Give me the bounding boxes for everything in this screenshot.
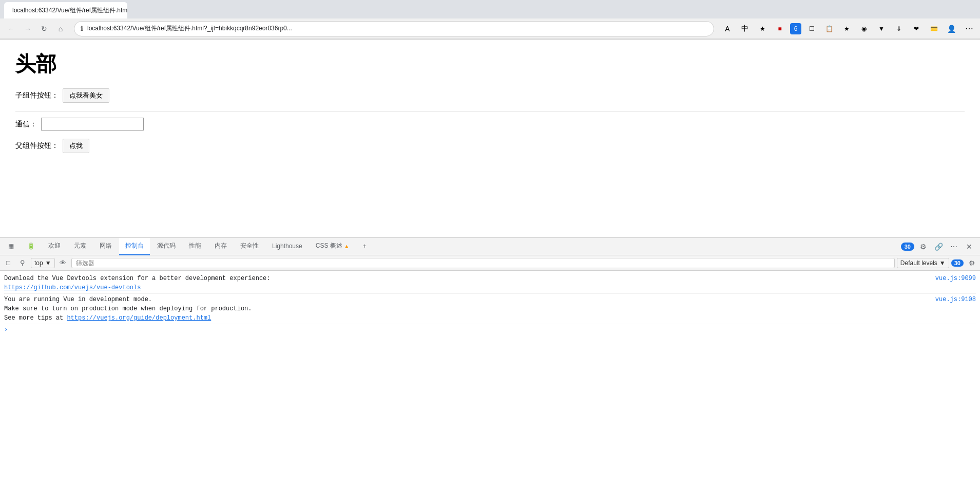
tab-elements-label: 元素 [74, 241, 86, 250]
reload-button[interactable]: ↻ [37, 22, 51, 36]
browser-chrome: localhost:63342/Vue/组件/ref属性组件.html?_ijt… [0, 0, 980, 40]
devtools-badge: 30 [901, 243, 914, 251]
downloads-icon[interactable]: ⇓ [892, 22, 906, 36]
parent-component-row: 父组件按钮： 点我 [15, 139, 965, 153]
console-settings-button[interactable]: ⚙ [966, 257, 978, 269]
tab-inspect[interactable]: ▦ [2, 238, 20, 255]
message-2-source[interactable]: vue.js:9108 [935, 295, 976, 304]
browser-toolbar: ← → ↻ ⌂ ℹ localhost:63342/Vue/组件/ref属性组件… [0, 18, 980, 39]
home-button[interactable]: ⌂ [53, 22, 68, 36]
tab-welcome-label: 欢迎 [48, 241, 61, 250]
tab-sources-label: 源代码 [157, 241, 176, 250]
console-context-selector[interactable]: top ▼ [31, 258, 55, 268]
wallet-icon[interactable]: 💳 [927, 22, 941, 36]
ext3-icon[interactable]: 6 [790, 23, 801, 34]
console-filter-input[interactable] [71, 258, 895, 268]
tab-css-label: CSS 概述 [316, 241, 342, 250]
console-expand-row: › [4, 324, 976, 336]
tab-elements[interactable]: 元素 [68, 238, 92, 255]
device-icon: 🔋 [27, 243, 35, 250]
tab-network[interactable]: 网络 [93, 238, 118, 255]
vue-devtools-link[interactable]: https://github.com/vuejs/vue-devtools [4, 284, 141, 291]
devtools-tabs: ▦ 🔋 欢迎 元素 网络 控制台 源代码 性能 内存 安全性 Lighthou [0, 238, 980, 255]
message-2-line3: See more tips at [4, 314, 67, 322]
level-chevron-icon: ▼ [939, 259, 946, 267]
console-message-2: You are running Vue in development mode.… [4, 294, 976, 324]
tab-lighthouse-label: Lighthouse [272, 243, 302, 250]
clear-console-button[interactable]: □ [2, 257, 14, 269]
eye-icon[interactable]: 👁 [57, 257, 69, 269]
forward-button[interactable]: → [21, 22, 35, 36]
ext1-icon[interactable]: ★ [755, 22, 770, 36]
message-1-prefix: Download the Vue Devtools extension for … [4, 275, 270, 282]
page-title: 头部 [15, 50, 965, 78]
devtools-right-controls: 30 ⚙ 🔗 ⋯ ✕ [901, 240, 976, 253]
parent-label: 父组件按钮： [15, 141, 59, 151]
console-toolbar: □ ⚲ top ▼ 👁 Default levels ▼ 30 ⚙ [0, 255, 980, 271]
tab-bar: localhost:63342/Vue/组件/ref属性组件.html?_ijt… [0, 0, 980, 18]
comm-input[interactable] [41, 118, 144, 131]
remote-debug-button[interactable]: 🔗 [932, 240, 945, 253]
console-badge: 30 [951, 259, 964, 267]
tab-device[interactable]: 🔋 [21, 238, 41, 255]
child-component-row: 子组件按钮： 点我看美女 [15, 88, 965, 103]
favorites-icon[interactable]: ❤ [909, 22, 924, 36]
tab-security-label: 安全性 [240, 241, 259, 250]
tab-memory-label: 内存 [215, 241, 227, 250]
profile-icon[interactable]: 👤 [944, 22, 958, 36]
message-2-line2: Make sure to turn on production mode whe… [4, 305, 252, 312]
tab-sources[interactable]: 源代码 [151, 238, 182, 255]
tab-css[interactable]: CSS 概述 ▲ [310, 238, 356, 255]
parent-button[interactable]: 点我 [63, 139, 89, 153]
tab-console-label: 控制台 [125, 241, 144, 250]
tab-lighthouse[interactable]: Lighthouse [266, 238, 309, 255]
divider [15, 111, 965, 111]
back-button[interactable]: ← [4, 22, 18, 36]
address-bar[interactable]: ℹ localhost:63342/Vue/组件/ref属性组件.html?_i… [74, 21, 714, 36]
expand-arrow[interactable]: › [4, 325, 8, 334]
context-label: top [34, 259, 43, 267]
tab-welcome[interactable]: 欢迎 [42, 238, 67, 255]
more-options-button[interactable]: ⋯ [947, 240, 960, 253]
css-warning-icon: ▲ [344, 243, 350, 249]
inspect-icon: ▦ [8, 243, 14, 250]
console-message-1-text: Download the Vue Devtools extension for … [4, 274, 927, 292]
console-level-selector[interactable]: Default levels ▼ [897, 258, 949, 268]
tab-title: localhost:63342/Vue/组件/ref属性组件.html?_ijt… [12, 6, 127, 15]
comm-row: 通信： [15, 118, 965, 131]
console-output: Download the Vue Devtools extension for … [0, 271, 980, 484]
read-icon[interactable]: 中 [738, 22, 752, 36]
devtools-panel: ▦ 🔋 欢迎 元素 网络 控制台 源代码 性能 内存 安全性 Lighthou [0, 237, 980, 484]
comm-label: 通信： [15, 120, 37, 129]
browser-extension-icons: A 中 ★ ■ 6 ☐ 📋 ★ ◉ ▼ ⇓ ❤ 💳 👤 ⋯ [720, 22, 976, 36]
ext7-icon[interactable]: ◉ [857, 22, 871, 36]
console-message-1: Download the Vue Devtools extension for … [4, 273, 976, 294]
tab-security[interactable]: 安全性 [234, 238, 265, 255]
tab-add[interactable]: + [357, 238, 373, 255]
ext2-icon[interactable]: ■ [773, 22, 787, 36]
ext5-icon[interactable]: 📋 [822, 22, 836, 36]
console-message-2-text: You are running Vue in development mode.… [4, 295, 927, 323]
child-button[interactable]: 点我看美女 [63, 88, 109, 103]
message-2-line1: You are running Vue in development mode. [4, 296, 152, 303]
console-filter-button[interactable]: ⚲ [16, 257, 29, 269]
ext4-icon[interactable]: ☐ [804, 22, 819, 36]
message-1-source[interactable]: vue.js:9099 [935, 274, 976, 283]
tab-memory[interactable]: 内存 [208, 238, 233, 255]
url-text: localhost:63342/Vue/组件/ref属性组件.html?_ijt… [87, 24, 707, 33]
vuejs-guide-link[interactable]: https://vuejs.org/guide/deployment.html [67, 314, 211, 322]
settings-button[interactable]: ⚙ [916, 240, 930, 253]
chevron-down-icon: ▼ [45, 259, 51, 267]
tab-console[interactable]: 控制台 [119, 238, 150, 255]
translate-icon[interactable]: A [720, 22, 735, 36]
ext8-icon[interactable]: ▼ [874, 22, 889, 36]
more-icon[interactable]: ⋯ [962, 22, 976, 36]
ext6-icon[interactable]: ★ [839, 22, 854, 36]
active-tab[interactable]: localhost:63342/Vue/组件/ref属性组件.html?_ijt… [4, 2, 127, 18]
page-content: 头部 子组件按钮： 点我看美女 通信： 父组件按钮： 点我 [0, 40, 980, 240]
tab-network-label: 网络 [100, 241, 112, 250]
add-tab-icon: + [363, 243, 367, 250]
child-label: 子组件按钮： [15, 91, 59, 100]
tab-performance[interactable]: 性能 [183, 238, 207, 255]
close-devtools-button[interactable]: ✕ [963, 240, 976, 253]
